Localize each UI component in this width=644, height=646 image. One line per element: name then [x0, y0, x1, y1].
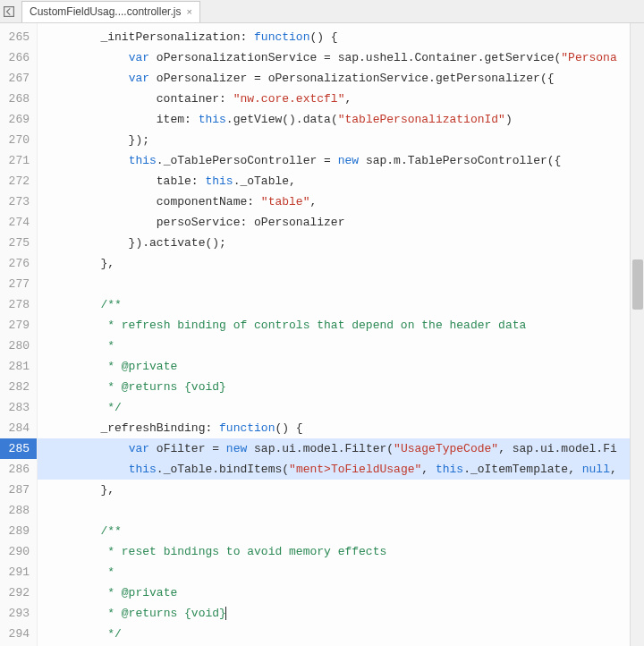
code-line[interactable]: * reset bindings to avoid memory effects [38, 541, 644, 562]
code-line[interactable]: */ [38, 624, 644, 644]
token-kw: var [129, 51, 149, 64]
code-line[interactable]: /** [38, 294, 644, 315]
line-number: 279 [4, 315, 30, 336]
token-plain: _initPersonalization: [45, 30, 254, 44]
token-str: "tablePersonalizationId" [338, 113, 505, 126]
token-plain [45, 339, 107, 353]
code-line[interactable]: this._oTablePersoController = new sap.m.… [38, 150, 644, 171]
token-plain: sap.m.TablePersoController({ [359, 154, 561, 167]
token-com: * reset bindings to avoid memory effects [107, 545, 386, 558]
text-cursor [225, 607, 226, 620]
token-plain [45, 154, 129, 167]
code-line[interactable]: * @private [38, 582, 644, 603]
code-line[interactable]: componentName: "table", [38, 191, 644, 212]
token-plain [45, 586, 107, 599]
code-line[interactable]: _initPersonalization: function() { [38, 27, 644, 47]
token-plain [45, 380, 107, 394]
editor-tab-active[interactable]: CustomFieldUsag....controller.js × [21, 1, 200, 22]
token-com: */ [107, 627, 122, 641]
token-com: * [107, 565, 114, 579]
line-number: 290 [4, 541, 30, 562]
code-line[interactable]: */ [38, 397, 644, 418]
tab-prev-button[interactable] [0, 1, 18, 22]
line-number: 280 [4, 336, 30, 356]
token-plain [45, 607, 107, 620]
token-plain: , [421, 463, 436, 476]
token-kw: new [338, 154, 359, 167]
code-line[interactable]: }).activate(); [38, 233, 644, 253]
line-number: 281 [4, 356, 30, 377]
token-kw: this [199, 113, 226, 126]
token-plain: ._oTable, [233, 174, 296, 188]
code-line[interactable]: }); [38, 130, 644, 150]
token-plain: ._oTablePersoController = [157, 154, 338, 167]
token-plain: () { [275, 421, 302, 435]
token-plain: oPersonalizer = oPersonalizationService.… [149, 72, 554, 85]
token-plain: oPersonalizationService = sap.ushell.Con… [149, 51, 561, 64]
token-plain: , [344, 92, 352, 106]
code-line[interactable]: * [38, 562, 644, 582]
code-line[interactable]: this._oTable.bindItems("ment>ToFieldUsag… [38, 459, 644, 480]
token-kw: this [129, 463, 157, 476]
line-number: 287 [4, 480, 30, 500]
code-line[interactable]: * @private [38, 356, 644, 377]
token-plain: , [610, 463, 617, 476]
token-plain [45, 524, 100, 538]
token-com: * @private [107, 360, 177, 373]
token-plain [45, 401, 107, 414]
code-line[interactable]: * [38, 336, 644, 356]
code-line[interactable]: _refreshBinding: function() { [38, 418, 644, 438]
line-number: 293 [4, 603, 30, 624]
code-area[interactable]: _initPersonalization: function() { var o… [38, 23, 644, 646]
token-plain [45, 463, 129, 476]
token-plain: .getView().data( [226, 113, 338, 126]
code-line[interactable]: * refresh binding of controls that depen… [38, 315, 644, 336]
token-str: "Persona [561, 51, 616, 64]
code-line[interactable]: persoService: oPersonalizer [38, 212, 644, 233]
token-plain [45, 545, 107, 558]
token-kw: function [219, 421, 275, 435]
code-line[interactable] [38, 500, 644, 521]
code-line[interactable]: /** [38, 521, 644, 541]
code-line[interactable]: container: "nw.core.extcfl", [38, 89, 644, 109]
code-line[interactable]: }, [38, 253, 644, 274]
code-editor: 2652662672682692702712722732742752762772… [0, 23, 644, 646]
token-plain [45, 72, 129, 85]
token-plain: () { [309, 30, 337, 44]
code-line[interactable]: var oPersonalizer = oPersonalizationServ… [38, 68, 644, 89]
line-number: 292 [4, 582, 30, 603]
code-line[interactable]: * @returns {void} [38, 377, 644, 397]
line-number: 267 [4, 68, 30, 89]
line-number: 283 [4, 397, 30, 418]
code-line[interactable]: table: this._oTable, [38, 171, 644, 191]
code-line[interactable]: var oFilter = new sap.ui.model.Filter("U… [38, 438, 644, 459]
line-number: 285 [0, 438, 37, 459]
code-line[interactable]: * @returns {void} [38, 603, 644, 624]
token-kw: null [582, 463, 610, 476]
token-plain: }); [45, 133, 149, 147]
token-kw: this [436, 463, 463, 476]
token-plain: }, [45, 257, 114, 270]
line-number: 271 [4, 150, 30, 171]
code-line[interactable] [38, 274, 644, 294]
line-number: 270 [4, 130, 30, 150]
chevron-left-box-icon [4, 6, 14, 17]
token-plain: _refreshBinding: [45, 421, 219, 435]
token-com: * @returns {void} [107, 380, 226, 394]
line-number: 266 [4, 47, 30, 68]
line-number: 276 [4, 253, 30, 274]
tab-close-icon[interactable]: × [186, 6, 191, 17]
token-plain: ) [505, 113, 513, 126]
code-line[interactable]: }, [38, 480, 644, 500]
token-plain: ._oItemTemplate, [463, 463, 582, 476]
token-plain: }).activate(); [45, 236, 226, 250]
token-plain: componentName: [45, 195, 261, 208]
vertical-scrollbar[interactable] [630, 23, 644, 646]
code-line[interactable]: var oPersonalizationService = sap.ushell… [38, 47, 644, 68]
scrollbar-thumb[interactable] [632, 259, 643, 310]
token-com: * refresh binding of controls that depen… [107, 319, 526, 332]
code-line[interactable]: item: this.getView().data("tablePersonal… [38, 109, 644, 130]
token-com: /** [100, 524, 121, 538]
token-kw: function [254, 30, 309, 44]
tab-title: CustomFieldUsag....controller.js [30, 5, 181, 18]
